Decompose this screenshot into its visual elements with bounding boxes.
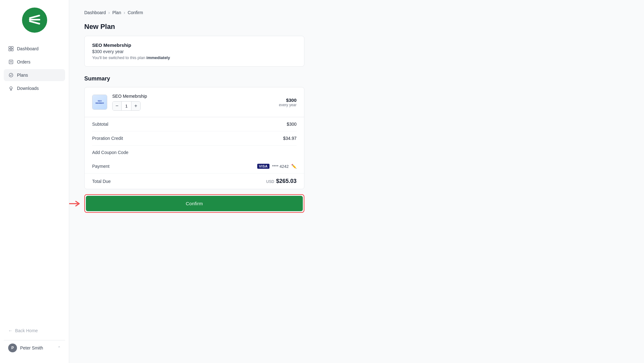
proration-label: Proration Credit (92, 136, 123, 141)
product-price: $300 every year (279, 97, 297, 107)
svg-rect-5 (9, 49, 11, 51)
sidebar-item-downloads[interactable]: Downloads (4, 82, 65, 94)
product-thumbnail: SEOMEMBER (92, 95, 107, 110)
quantity-increase-button[interactable]: + (131, 102, 140, 110)
price-period: every year (279, 103, 297, 107)
arrow-indicator (69, 200, 81, 207)
breadcrumb-dashboard[interactable]: Dashboard (84, 10, 106, 15)
plans-icon (8, 72, 14, 78)
sidebar-bottom: ← Back Home P Peter Smith ⌃ (0, 325, 69, 355)
main-content: Dashboard › Plan › Confirm New Plan SEO … (69, 0, 644, 363)
downloads-label: Downloads (17, 86, 39, 91)
subtotal-label: Subtotal (92, 122, 108, 127)
svg-rect-6 (11, 49, 13, 51)
dashboard-icon (8, 46, 14, 52)
confirm-button-wrapper: Confirm (84, 194, 304, 213)
product-left: SEOMEMBER SEO Memebrship − 1 + (92, 94, 147, 111)
user-name: Peter Smith (20, 345, 43, 350)
logo-area (0, 8, 69, 43)
orders-label: Orders (17, 59, 31, 64)
quantity-control: − 1 + (112, 101, 141, 111)
total-amount-area: USD $265.03 (266, 178, 297, 184)
visa-badge: VISA (257, 164, 270, 169)
svg-point-11 (10, 87, 12, 89)
product-row: SEOMEMBER SEO Memebrship − 1 + $300 ever… (85, 87, 304, 117)
summary-rows: Subtotal $300 Proration Credit $34.97 Ad… (85, 117, 304, 159)
card-last4: **** 4242 (272, 164, 289, 169)
summary-card: SEOMEMBER SEO Memebrship − 1 + $300 ever… (84, 87, 304, 189)
quantity-value: 1 (121, 102, 131, 110)
plan-name: SEO Memebrship (92, 42, 297, 48)
user-row[interactable]: P Peter Smith ⌃ (4, 340, 65, 355)
sidebar-item-plans[interactable]: Plans (4, 69, 65, 81)
dashboard-label: Dashboard (17, 46, 39, 51)
plan-info-card: SEO Memebrship $300 every year You'll be… (84, 36, 304, 67)
breadcrumb: Dashboard › Plan › Confirm (84, 10, 629, 15)
breadcrumb-current: Confirm (128, 10, 143, 15)
proration-row: Proration Credit $34.97 (92, 131, 297, 146)
downloads-icon (8, 85, 14, 91)
user-info: P Peter Smith (8, 344, 43, 352)
product-details: SEO Memebrship − 1 + (112, 94, 147, 111)
svg-rect-1 (29, 14, 40, 19)
coupon-row: Add Coupon Code (92, 146, 297, 159)
payment-row: Payment VISA **** 4242 ✏️ (85, 159, 304, 173)
svg-rect-3 (9, 47, 11, 48)
svg-rect-2 (29, 20, 40, 25)
total-currency: USD (266, 179, 274, 184)
confirm-button[interactable]: Confirm (86, 196, 303, 211)
payment-label: Payment (92, 164, 109, 169)
product-name: SEO Memebrship (112, 94, 147, 99)
page-title: New Plan (84, 23, 629, 31)
plan-price: $300 every year (92, 49, 297, 54)
total-amount: $265.03 (276, 178, 297, 184)
svg-rect-7 (9, 60, 13, 64)
logo-icon (22, 8, 47, 33)
coupon-link[interactable]: Add Coupon Code (92, 150, 128, 155)
back-arrow-icon: ← (8, 328, 13, 333)
edit-payment-icon[interactable]: ✏️ (291, 164, 297, 169)
chevron-up-icon: ⌃ (58, 346, 61, 350)
price-amount: $300 (279, 97, 297, 103)
subtotal-value: $300 (287, 122, 297, 127)
proration-value: $34.97 (283, 136, 297, 141)
plan-note: You'll be switched to this plan immediat… (92, 55, 297, 60)
back-home-label: Back Home (15, 328, 38, 333)
total-label: Total Due (92, 179, 111, 184)
summary-title: Summary (84, 75, 629, 82)
orders-icon (8, 59, 14, 65)
sidebar-nav: Dashboard Orders Plans (0, 43, 69, 325)
sidebar-item-orders[interactable]: Orders (4, 56, 65, 68)
confirm-area: Confirm (84, 194, 304, 213)
plans-label: Plans (17, 73, 28, 78)
avatar: P (8, 344, 17, 352)
svg-rect-4 (11, 47, 13, 48)
sidebar: Dashboard Orders Plans (0, 0, 69, 363)
breadcrumb-sep-1: › (108, 10, 110, 15)
subtotal-row: Subtotal $300 (92, 117, 297, 131)
breadcrumb-plan[interactable]: Plan (112, 10, 121, 15)
sidebar-item-dashboard[interactable]: Dashboard (4, 43, 65, 55)
svg-rect-0 (29, 19, 40, 20)
payment-info: VISA **** 4242 ✏️ (257, 164, 297, 169)
back-home-link[interactable]: ← Back Home (4, 325, 65, 336)
breadcrumb-sep-2: › (124, 10, 125, 15)
total-row: Total Due USD $265.03 (85, 173, 304, 189)
quantity-decrease-button[interactable]: − (113, 102, 121, 110)
